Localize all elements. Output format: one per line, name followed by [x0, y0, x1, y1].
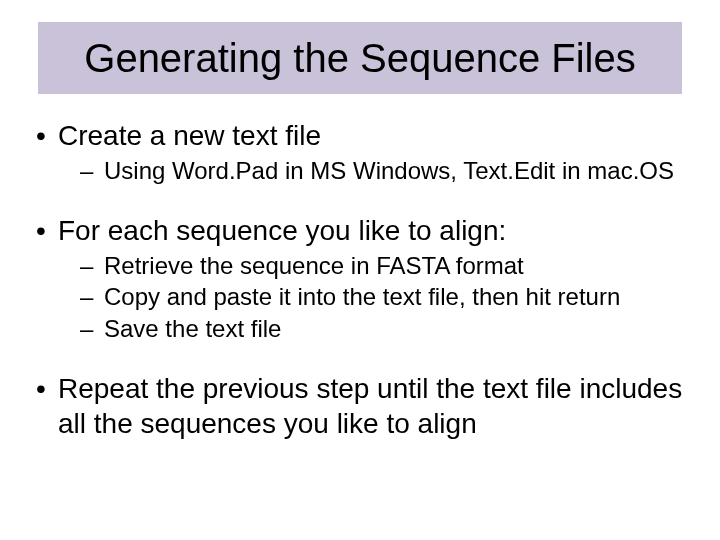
sub-bullet-text: Save the text file	[104, 315, 281, 342]
title-box: Generating the Sequence Files	[38, 22, 682, 94]
sub-bullet-list: Retrieve the sequence in FASTA format Co…	[58, 250, 698, 345]
content-area: Create a new text file Using Word.Pad in…	[30, 118, 698, 447]
sub-bullet-text: Retrieve the sequence in FASTA format	[104, 252, 524, 279]
sub-bullet-item: Copy and paste it into the text file, th…	[76, 281, 698, 313]
bullet-list: Create a new text file Using Word.Pad in…	[30, 118, 698, 441]
bullet-item: Create a new text file Using Word.Pad in…	[30, 118, 698, 187]
sub-bullet-text: Using Word.Pad in MS Windows, Text.Edit …	[104, 157, 674, 184]
sub-bullet-text: Copy and paste it into the text file, th…	[104, 283, 620, 310]
bullet-text: Repeat the previous step until the text …	[58, 373, 682, 439]
sub-bullet-list: Using Word.Pad in MS Windows, Text.Edit …	[58, 155, 698, 187]
slide: Generating the Sequence Files Create a n…	[0, 0, 720, 540]
sub-bullet-item: Retrieve the sequence in FASTA format	[76, 250, 698, 282]
slide-title: Generating the Sequence Files	[84, 36, 635, 81]
bullet-text: For each sequence you like to align:	[58, 215, 506, 246]
sub-bullet-item: Save the text file	[76, 313, 698, 345]
bullet-text: Create a new text file	[58, 120, 321, 151]
sub-bullet-item: Using Word.Pad in MS Windows, Text.Edit …	[76, 155, 698, 187]
bullet-item: Repeat the previous step until the text …	[30, 371, 698, 441]
bullet-item: For each sequence you like to align: Ret…	[30, 213, 698, 345]
